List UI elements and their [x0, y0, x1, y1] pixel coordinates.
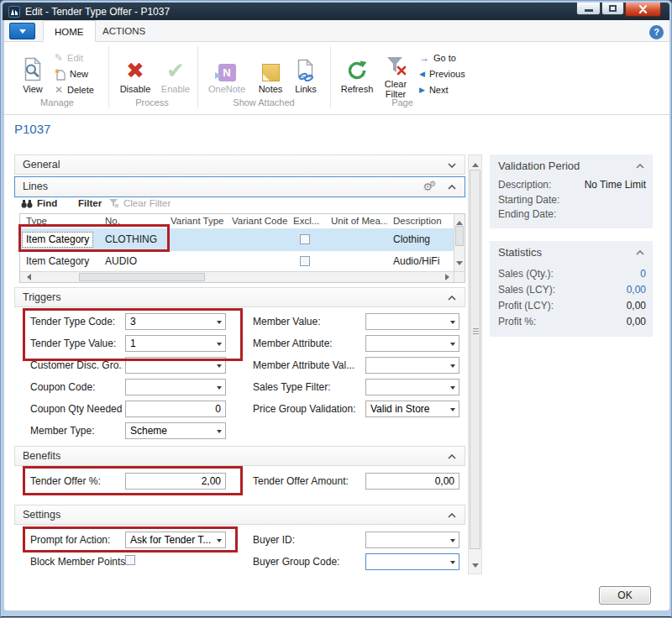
cell-type[interactable]: Item Category — [22, 232, 93, 248]
ok-button[interactable]: OK — [599, 586, 651, 605]
price-group-validation-field[interactable]: Valid in Store — [365, 401, 459, 417]
scroll-up-icon[interactable] — [472, 160, 479, 167]
help-icon[interactable]: ? — [649, 25, 664, 39]
tender-offer-amount-field[interactable]: 0,00 — [365, 473, 459, 490]
fasttab-lines[interactable]: Lines ⚙⚙ — [14, 176, 465, 197]
coupon-code-field[interactable] — [125, 379, 226, 395]
main-vscrollbar[interactable] — [468, 154, 482, 574]
grid-scroll-corner — [454, 271, 465, 282]
scroll-down-icon[interactable] — [472, 563, 479, 571]
fasttab-benefits[interactable]: Benefits — [14, 446, 465, 466]
tender-offer-pct-field[interactable]: 2,00 — [125, 473, 226, 490]
close-button[interactable] — [625, 3, 661, 17]
dropdown-arrow-icon[interactable] — [217, 364, 222, 370]
table-row[interactable]: Item Category CLOTHING Clothing — [20, 228, 454, 251]
member-type-field[interactable]: Scheme — [125, 422, 226, 439]
cell-description[interactable]: Clothing — [387, 228, 454, 251]
delete-button[interactable]: ✕ Delete — [55, 83, 94, 97]
filter-button[interactable]: Filter — [78, 198, 102, 208]
cell-type[interactable]: Item Category — [20, 251, 99, 271]
dropdown-arrow-icon[interactable] — [217, 386, 222, 392]
edit-pencil-icon: ✎ — [55, 53, 63, 63]
refresh-button[interactable]: Refresh — [337, 48, 377, 94]
chevron-up-icon[interactable] — [636, 250, 644, 255]
fasttab-triggers[interactable]: Triggers — [14, 287, 465, 307]
chevron-up-icon[interactable] — [448, 296, 456, 301]
dropdown-arrow-icon[interactable] — [217, 321, 222, 327]
chevron-up-icon[interactable] — [448, 513, 456, 518]
maximize-button[interactable] — [601, 3, 624, 15]
coupon-qty-needed-field[interactable]: 0 — [125, 401, 226, 417]
buyer-id-field[interactable] — [365, 532, 459, 548]
goto-button[interactable]: → Go to — [419, 51, 456, 65]
tender-type-code-field[interactable]: 3 — [125, 313, 226, 330]
prompt-for-action-field[interactable]: Ask for Tender T... — [125, 532, 226, 548]
next-button[interactable]: ▶ Next — [419, 83, 449, 97]
column-header-no[interactable]: No. — [99, 214, 165, 228]
application-menu-button[interactable] — [9, 23, 35, 39]
column-header-description[interactable]: Description — [387, 214, 454, 228]
links-button[interactable]: Links — [290, 48, 322, 94]
grid-vscrollbar[interactable] — [454, 214, 465, 271]
cell-no[interactable]: CLOTHING — [99, 228, 165, 251]
tender-type-value-field[interactable]: 1 — [125, 335, 226, 352]
member-attribute-field[interactable] — [365, 335, 459, 352]
dropdown-arrow-icon[interactable] — [450, 561, 455, 567]
sales-type-filter-field[interactable] — [365, 379, 459, 395]
dropdown-arrow-icon[interactable] — [450, 386, 455, 392]
tab-home[interactable]: HOME — [43, 20, 96, 42]
clear-filter-button[interactable]: Clear Filter — [379, 48, 414, 99]
factbox-header[interactable]: Statistics — [490, 241, 653, 264]
dropdown-arrow-icon[interactable] — [450, 539, 455, 545]
dropdown-arrow-icon[interactable] — [217, 430, 222, 436]
new-button[interactable]: New — [55, 67, 88, 81]
excl-checkbox[interactable] — [300, 234, 310, 244]
main-vscroll-thumb[interactable] — [470, 170, 480, 549]
find-button[interactable]: Find — [21, 198, 57, 208]
column-header-variant-code[interactable]: Variant Code — [226, 214, 287, 228]
member-value-field[interactable] — [365, 313, 459, 330]
scroll-down-icon[interactable] — [456, 261, 463, 269]
scroll-left-icon[interactable] — [24, 274, 31, 280]
fasttab-settings[interactable]: Settings — [14, 505, 465, 525]
cell-no[interactable]: AUDIO — [99, 251, 165, 271]
disable-button[interactable]: ✖ Disable — [115, 48, 155, 94]
table-row[interactable]: Item Category AUDIO Audio/HiFi — [20, 251, 454, 271]
tab-actions[interactable]: ACTIONS — [92, 20, 156, 42]
grid-vscroll-thumb[interactable] — [455, 226, 464, 246]
grid-hscrollbar[interactable] — [20, 271, 454, 282]
block-member-points-checkbox[interactable] — [125, 555, 135, 565]
gear-icon[interactable]: ⚙⚙ — [423, 178, 439, 197]
dropdown-arrow-icon[interactable] — [217, 343, 222, 348]
grid-hscroll-thumb[interactable] — [79, 273, 205, 281]
column-header-type[interactable]: Type — [20, 214, 99, 228]
column-header-excl[interactable]: Excl... — [287, 214, 325, 228]
enable-button: ✔ Enable — [157, 48, 194, 94]
member-attribute-value-field[interactable] — [365, 357, 459, 374]
notes-button[interactable]: Notes — [253, 48, 288, 94]
chevron-down-icon[interactable] — [448, 163, 456, 168]
view-button[interactable]: View — [14, 48, 51, 94]
minimize-button[interactable] — [576, 3, 601, 15]
chevron-up-icon[interactable] — [636, 164, 644, 169]
excl-checkbox[interactable] — [300, 256, 310, 266]
dropdown-arrow-icon[interactable] — [450, 408, 455, 414]
scroll-up-icon[interactable] — [456, 217, 463, 225]
column-header-unit-of-measure[interactable]: Unit of Mea... — [325, 214, 387, 228]
column-header-variant-type[interactable]: Variant Type — [165, 214, 226, 228]
buyer-group-code-field[interactable] — [365, 553, 459, 570]
dropdown-arrow-icon[interactable] — [450, 364, 455, 370]
sales-qty-value[interactable]: 0 — [640, 268, 646, 280]
customer-disc-group-field[interactable] — [125, 357, 226, 374]
dropdown-arrow-icon[interactable] — [217, 539, 222, 545]
chevron-up-icon[interactable] — [448, 185, 456, 190]
scroll-right-icon[interactable] — [445, 274, 453, 280]
dropdown-arrow-icon[interactable] — [450, 343, 455, 348]
chevron-up-icon[interactable] — [448, 454, 456, 459]
factbox-header[interactable]: Validation Period — [490, 154, 653, 178]
sales-lcy-value[interactable]: 0,00 — [627, 284, 646, 296]
dropdown-arrow-icon[interactable] — [450, 321, 455, 327]
previous-button[interactable]: ◀ Previous — [419, 67, 465, 81]
cell-description[interactable]: Audio/HiFi — [387, 251, 454, 271]
fasttab-general[interactable]: General — [14, 154, 465, 175]
